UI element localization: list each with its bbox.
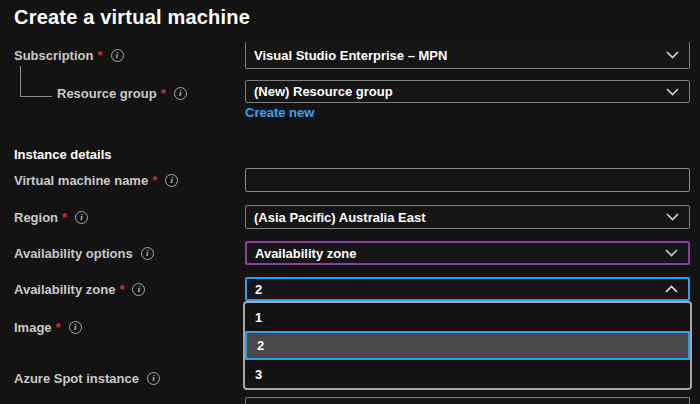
resource-group-label: Resource group * i — [57, 86, 187, 101]
region-label: Region * i — [14, 210, 88, 225]
required-asterisk: * — [97, 48, 102, 63]
required-asterisk: * — [152, 173, 157, 188]
azure-spot-label: Azure Spot instance i — [14, 371, 160, 386]
region-value: (Asia Pacific) Australia East — [254, 210, 666, 225]
create-vm-page: Create a virtual machine Subscription * … — [0, 0, 700, 404]
chevron-down-icon — [666, 88, 679, 96]
chevron-down-icon — [666, 51, 679, 59]
chevron-down-icon — [665, 249, 678, 257]
subscription-label: Subscription * i — [14, 48, 124, 63]
subscription-value: Visual Studio Enterprise – MPN — [254, 48, 666, 63]
vm-name-input[interactable] — [245, 168, 690, 192]
info-icon[interactable]: i — [75, 211, 88, 224]
image-label-text: Image — [14, 320, 52, 335]
required-asterisk: * — [161, 86, 166, 101]
availability-options-label-text: Availability options — [14, 246, 133, 261]
availability-zone-label-text: Availability zone — [14, 282, 115, 297]
required-asterisk: * — [119, 282, 124, 297]
availability-zone-dropdown-open[interactable]: 2 — [245, 277, 690, 301]
info-icon[interactable]: i — [111, 49, 124, 62]
availability-zone-value: 2 — [255, 282, 665, 297]
info-icon[interactable]: i — [165, 174, 178, 187]
resource-group-dropdown[interactable]: (New) Resource group — [245, 80, 690, 103]
indent-connector — [20, 66, 52, 97]
chevron-down-icon — [666, 213, 679, 221]
next-field-partial[interactable] — [245, 397, 690, 404]
availability-options-value: Availability zone — [255, 246, 665, 261]
subscription-dropdown[interactable]: Visual Studio Enterprise – MPN — [245, 42, 690, 69]
chevron-up-icon — [665, 285, 678, 293]
region-label-text: Region — [14, 210, 58, 225]
info-icon[interactable]: i — [132, 283, 145, 296]
availability-options-dropdown[interactable]: Availability zone — [245, 241, 690, 265]
availability-zone-option-1[interactable]: 1 — [245, 303, 690, 331]
info-icon[interactable]: i — [141, 247, 154, 260]
subscription-label-text: Subscription — [14, 48, 93, 63]
region-dropdown[interactable]: (Asia Pacific) Australia East — [245, 205, 690, 229]
azure-spot-label-text: Azure Spot instance — [14, 371, 139, 386]
image-label: Image * i — [14, 320, 82, 335]
required-asterisk: * — [56, 320, 61, 335]
vm-name-label-text: Virtual machine name — [14, 173, 148, 188]
required-asterisk: * — [62, 210, 67, 225]
info-icon[interactable]: i — [147, 372, 160, 385]
resource-group-label-text: Resource group — [57, 86, 157, 101]
page-title: Create a virtual machine — [14, 6, 250, 29]
availability-zone-option-3[interactable]: 3 — [245, 360, 690, 388]
info-icon[interactable]: i — [69, 321, 82, 334]
resource-group-value: (New) Resource group — [254, 84, 666, 99]
vm-name-label: Virtual machine name * i — [14, 173, 178, 188]
section-instance-details: Instance details — [14, 147, 112, 162]
create-new-link[interactable]: Create new — [245, 105, 314, 120]
availability-zone-label: Availability zone * i — [14, 282, 145, 297]
availability-zone-options-flyout: 1 2 3 — [243, 301, 692, 390]
info-icon[interactable]: i — [174, 87, 187, 100]
availability-options-label: Availability options i — [14, 246, 154, 261]
availability-zone-option-2-selected[interactable]: 2 — [245, 331, 690, 360]
